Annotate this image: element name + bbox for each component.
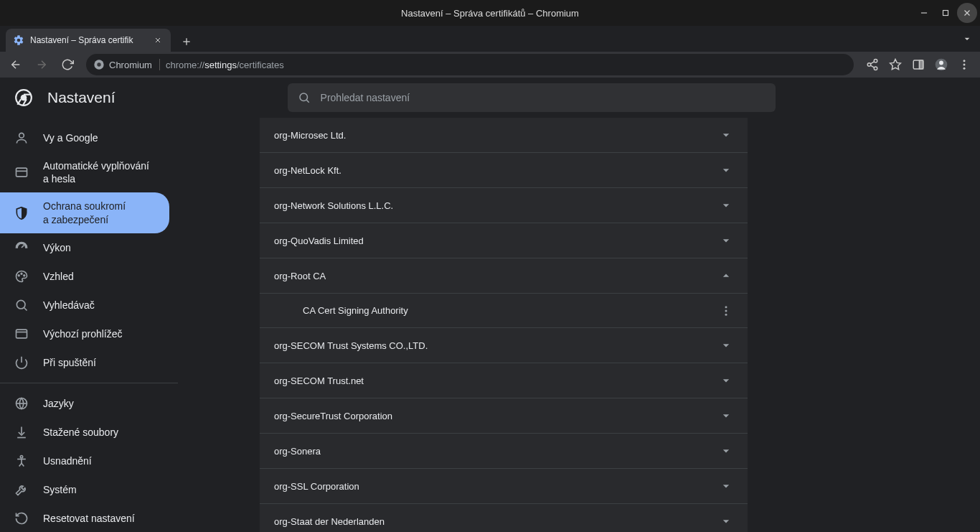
certificate-org-row[interactable]: org-Staat der Nederlanden bbox=[260, 504, 748, 532]
sidebar-item[interactable]: Jazyky bbox=[0, 389, 169, 418]
more-icon[interactable] bbox=[719, 304, 733, 318]
globe-icon bbox=[14, 396, 29, 411]
sidebar-item-label: Výchozí prohlížeč bbox=[43, 327, 123, 340]
certificate-org-row[interactable]: org-SSL Corporation bbox=[260, 469, 748, 504]
window-minimize-button[interactable] bbox=[914, 3, 934, 23]
search-input[interactable] bbox=[321, 92, 765, 103]
sidebar-item[interactable]: Stažené soubory bbox=[0, 418, 169, 447]
url-text: chrome://settings/certificates bbox=[166, 60, 284, 70]
certificate-org-row[interactable]: org-SecureTrust Corporation bbox=[260, 398, 748, 434]
chevron-down-icon bbox=[719, 479, 733, 493]
sidebar-item[interactable]: Usnadnění bbox=[0, 447, 169, 475]
certificate-org-name: org-Root CA bbox=[274, 271, 326, 281]
sidebar-item-label: Jazyky bbox=[43, 397, 74, 410]
person-icon bbox=[14, 131, 29, 145]
sidebar-item-label: Systém bbox=[43, 483, 77, 496]
certificate-org-name: org-SSL Corporation bbox=[274, 481, 359, 492]
svg-point-10 bbox=[874, 60, 877, 63]
sidebar-item[interactable]: Systém bbox=[0, 475, 169, 504]
bookmark-icon[interactable] bbox=[884, 53, 907, 76]
site-chip: Chromium bbox=[93, 59, 160, 70]
tab-strip: Nastavení – Správa certifik bbox=[0, 26, 980, 52]
menu-icon[interactable] bbox=[953, 53, 976, 76]
address-bar[interactable]: Chromium chrome://settings/certificates bbox=[86, 54, 854, 75]
sidebar-item[interactable]: Výkon bbox=[0, 233, 169, 262]
certificate-org-name: org-Sonera bbox=[274, 446, 321, 457]
close-icon[interactable] bbox=[152, 34, 164, 46]
certificate-org-row[interactable]: org-Root CA bbox=[260, 258, 748, 294]
sidebar-item[interactable]: Výchozí prohlížeč bbox=[0, 319, 169, 348]
chevron-down-icon bbox=[719, 444, 733, 458]
settings-sidebar[interactable]: Vy a GoogleAutomatické vyplňování a hesl… bbox=[0, 118, 178, 532]
sidebar-item[interactable]: Ochrana soukromí a zabezpečení bbox=[0, 192, 169, 233]
browser-tab[interactable]: Nastavení – Správa certifik bbox=[6, 29, 171, 52]
settings-app: Nastavení Vy a GoogleAutomatické vyplňov… bbox=[0, 78, 980, 532]
svg-point-11 bbox=[867, 63, 871, 67]
chevron-down-icon bbox=[719, 338, 733, 353]
certificate-org-row[interactable]: org-QuoVadis Limited bbox=[260, 223, 748, 258]
chevron-down-icon bbox=[719, 198, 733, 213]
sidebar-item[interactable]: Vyhledávač bbox=[0, 291, 169, 319]
page-title: Nastavení bbox=[47, 89, 116, 106]
chevron-down-icon bbox=[719, 233, 733, 248]
settings-search[interactable] bbox=[288, 83, 776, 112]
search-icon bbox=[298, 91, 311, 104]
back-button[interactable] bbox=[4, 53, 27, 76]
window-maximize-button[interactable] bbox=[936, 3, 956, 23]
svg-line-34 bbox=[22, 245, 24, 247]
certificate-org-name: org-SECOM Trust.net bbox=[274, 375, 364, 386]
svg-line-30 bbox=[306, 100, 308, 102]
share-icon[interactable] bbox=[861, 53, 884, 76]
sidebar-item[interactable]: Vy a Google bbox=[0, 123, 169, 152]
svg-point-35 bbox=[18, 275, 19, 276]
sidebar-item-label: Vyhledávač bbox=[43, 299, 95, 312]
svg-point-20 bbox=[939, 61, 943, 65]
svg-point-22 bbox=[963, 64, 966, 66]
wrench-icon bbox=[14, 482, 29, 497]
tab-list-dropdown[interactable] bbox=[960, 32, 974, 46]
certificate-org-name: org-QuoVadis Limited bbox=[274, 235, 364, 246]
tab-title: Nastavení – Správa certifik bbox=[30, 35, 146, 45]
forward-button[interactable] bbox=[30, 53, 53, 76]
sidebar-item[interactable]: Automatické vyplňování a hesla bbox=[0, 152, 169, 192]
certificate-org-name: org-SECOM Trust Systems CO.,LTD. bbox=[274, 340, 428, 351]
svg-point-36 bbox=[21, 273, 22, 274]
certificate-org-row[interactable]: org-NetLock Kft. bbox=[260, 153, 748, 188]
certificate-row[interactable]: CA Cert Signing Authority bbox=[260, 294, 748, 328]
settings-icon bbox=[13, 34, 24, 46]
browser-icon bbox=[14, 327, 29, 341]
chromium-logo-icon bbox=[14, 88, 33, 107]
certificate-org-name: org-NetLock Kft. bbox=[274, 165, 341, 176]
svg-marker-15 bbox=[890, 60, 901, 70]
certificate-org-row[interactable]: org-Microsec Ltd. bbox=[260, 118, 748, 153]
profile-icon[interactable] bbox=[930, 53, 953, 76]
certificate-org-name: org-Microsec Ltd. bbox=[274, 130, 346, 141]
svg-line-13 bbox=[870, 62, 874, 64]
window-close-button[interactable] bbox=[957, 3, 977, 23]
svg-line-14 bbox=[870, 65, 874, 67]
certificate-org-row[interactable]: org-Network Solutions L.L.C. bbox=[260, 188, 748, 223]
svg-point-29 bbox=[300, 93, 308, 101]
settings-main[interactable]: org-Microsec Ltd.org-NetLock Kft.org-Net… bbox=[178, 118, 980, 532]
new-tab-button[interactable] bbox=[176, 32, 197, 52]
sidebar-item[interactable]: Při spuštění bbox=[0, 348, 169, 377]
svg-point-37 bbox=[24, 275, 25, 276]
certificate-org-row[interactable]: org-SECOM Trust Systems CO.,LTD. bbox=[260, 328, 748, 363]
sidebar-item-label: Stažené soubory bbox=[43, 426, 118, 439]
chevron-down-icon bbox=[719, 128, 733, 142]
window-titlebar: Nastavení – Správa certifikátů – Chromiu… bbox=[0, 0, 980, 26]
svg-point-49 bbox=[725, 313, 727, 315]
certificate-org-row[interactable]: org-Sonera bbox=[260, 434, 748, 469]
sidebar-item[interactable]: Resetovat nastavení bbox=[0, 504, 169, 532]
svg-rect-1 bbox=[943, 11, 948, 16]
svg-rect-18 bbox=[920, 60, 923, 69]
reload-button[interactable] bbox=[56, 53, 79, 76]
reset-icon bbox=[14, 511, 29, 526]
chevron-down-icon bbox=[719, 163, 733, 177]
certificate-org-row[interactable]: org-SECOM Trust.net bbox=[260, 363, 748, 398]
sidepanel-icon[interactable] bbox=[907, 53, 930, 76]
svg-point-9 bbox=[97, 62, 100, 66]
svg-line-39 bbox=[24, 308, 27, 311]
sidebar-item[interactable]: Vzhled bbox=[0, 262, 169, 291]
svg-point-46 bbox=[20, 455, 22, 457]
